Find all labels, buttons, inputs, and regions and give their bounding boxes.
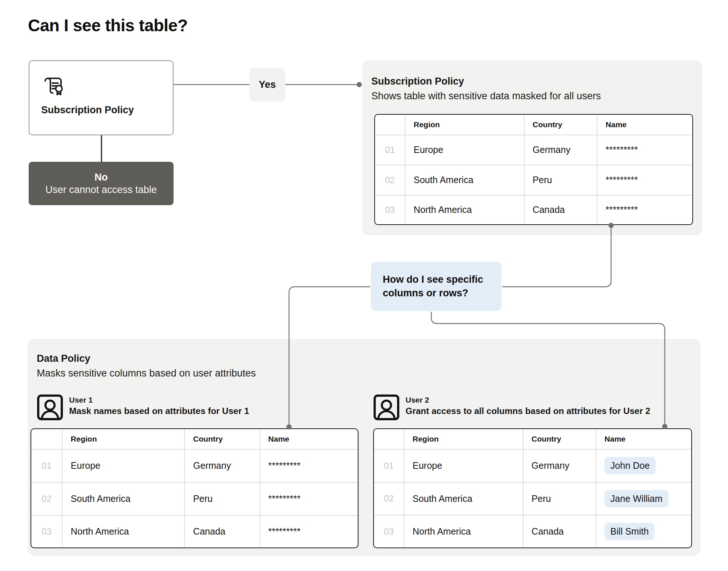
row-number: 01 xyxy=(375,135,405,165)
table-row: 01EuropeGermanyJohn Doe xyxy=(374,449,691,482)
question-node-label: How do I see specific columns or rows? xyxy=(383,273,495,300)
column-header: Country xyxy=(523,429,596,449)
data-table: RegionCountryName01EuropeGermany********… xyxy=(31,429,358,547)
user2-full-access-table: RegionCountryName01EuropeGermanyJohn Doe… xyxy=(373,428,692,548)
row-number-header xyxy=(375,115,405,135)
table-cell: Europe xyxy=(62,449,185,482)
subscription-panel-subtitle: Shows table with sensitive data masked f… xyxy=(371,90,601,102)
table-row: 03North AmericaCanada********* xyxy=(375,195,692,224)
table-row: 03North AmericaCanada********* xyxy=(31,515,358,547)
column-header: Name xyxy=(596,429,691,449)
table-row: 02South AmericaPeruJane William xyxy=(374,482,691,515)
data-panel-subtitle: Masks sensitive columns based on user at… xyxy=(37,368,256,379)
edge-endpoint-dot xyxy=(357,82,362,87)
table-cell: South America xyxy=(62,482,185,515)
user1-description: Mask names based on attributes for User … xyxy=(69,406,249,416)
user-icon xyxy=(373,394,400,421)
table-cell: Peru xyxy=(185,482,260,515)
table-cell: ********* xyxy=(597,165,692,195)
highlighted-name: Bill Smith xyxy=(604,523,654,540)
row-number: 02 xyxy=(375,165,405,195)
user1-masked-table: RegionCountryName01EuropeGermany********… xyxy=(31,428,358,548)
row-number: 03 xyxy=(374,515,404,547)
table-cell: North America xyxy=(405,195,524,224)
row-number-header xyxy=(374,429,404,449)
user1-label: User 1 xyxy=(69,396,93,404)
table-cell: Canada xyxy=(524,195,597,224)
table-cell: North America xyxy=(62,515,185,547)
table-cell: Germany xyxy=(524,135,597,165)
table-cell: ********* xyxy=(260,515,358,547)
subscription-policy-node: Subscription Policy xyxy=(29,60,174,135)
highlighted-name: Jane William xyxy=(604,490,668,507)
table-row: 01EuropeGermany********* xyxy=(31,449,358,482)
table-cell: ********* xyxy=(597,195,692,224)
data-table: RegionCountryName01EuropeGermany********… xyxy=(375,115,692,224)
table-cell: Germany xyxy=(185,449,260,482)
column-header: Region xyxy=(62,429,185,449)
table-row: 01EuropeGermany********* xyxy=(375,135,692,165)
row-number: 01 xyxy=(31,449,62,482)
row-number: 02 xyxy=(31,482,62,515)
table-cell: South America xyxy=(405,165,524,195)
table-cell: Peru xyxy=(524,165,597,195)
column-header: Name xyxy=(260,429,358,449)
column-header: Region xyxy=(404,429,523,449)
data-table: RegionCountryName01EuropeGermanyJohn Doe… xyxy=(374,429,691,547)
diagram-canvas: Can I see this table? Subscription Polic… xyxy=(0,0,728,571)
highlighted-name: John Doe xyxy=(604,457,656,474)
column-header: Country xyxy=(185,429,260,449)
row-number: 02 xyxy=(374,482,404,515)
column-header: Name xyxy=(597,115,692,135)
no-branch-label: No xyxy=(94,172,108,183)
certificate-icon xyxy=(40,74,65,98)
page-title: Can I see this table? xyxy=(28,15,188,35)
table-row: 03North AmericaCanadaBill Smith xyxy=(374,515,691,547)
table-cell: South America xyxy=(404,482,523,515)
table-cell: Europe xyxy=(404,449,523,482)
no-branch-sublabel: User cannot access table xyxy=(45,184,157,196)
table-cell: John Doe xyxy=(596,449,691,482)
row-number: 03 xyxy=(31,515,62,547)
no-branch-node: No User cannot access table xyxy=(29,162,174,205)
masked-table-all-users: RegionCountryName01EuropeGermany********… xyxy=(374,114,693,225)
subscription-policy-node-label: Subscription Policy xyxy=(41,104,134,116)
question-node: How do I see specific columns or rows? xyxy=(371,262,502,311)
row-number-header xyxy=(31,429,62,449)
subscription-panel-title: Subscription Policy xyxy=(371,76,464,87)
user2-label: User 2 xyxy=(406,396,429,404)
column-header: Country xyxy=(524,115,597,135)
data-panel-title: Data Policy xyxy=(37,353,90,364)
table-cell: North America xyxy=(404,515,523,547)
table-cell: Canada xyxy=(523,515,596,547)
row-number: 03 xyxy=(375,195,405,224)
table-cell: Canada xyxy=(185,515,260,547)
row-number: 01 xyxy=(374,449,404,482)
table-cell: Peru xyxy=(523,482,596,515)
table-cell: ********* xyxy=(597,135,692,165)
table-cell: Jane William xyxy=(596,482,691,515)
table-cell: ********* xyxy=(260,482,358,515)
yes-branch-label: Yes xyxy=(249,68,285,101)
table-row: 02South AmericaPeru********* xyxy=(31,482,358,515)
table-cell: ********* xyxy=(260,449,358,482)
column-header: Region xyxy=(405,115,524,135)
user-icon xyxy=(37,394,63,421)
table-cell: Germany xyxy=(523,449,596,482)
table-row: 02South AmericaPeru********* xyxy=(375,165,692,195)
user2-description: Grant access to all columns based on att… xyxy=(406,406,650,416)
table-cell: Europe xyxy=(405,135,524,165)
table-cell: Bill Smith xyxy=(596,515,691,547)
